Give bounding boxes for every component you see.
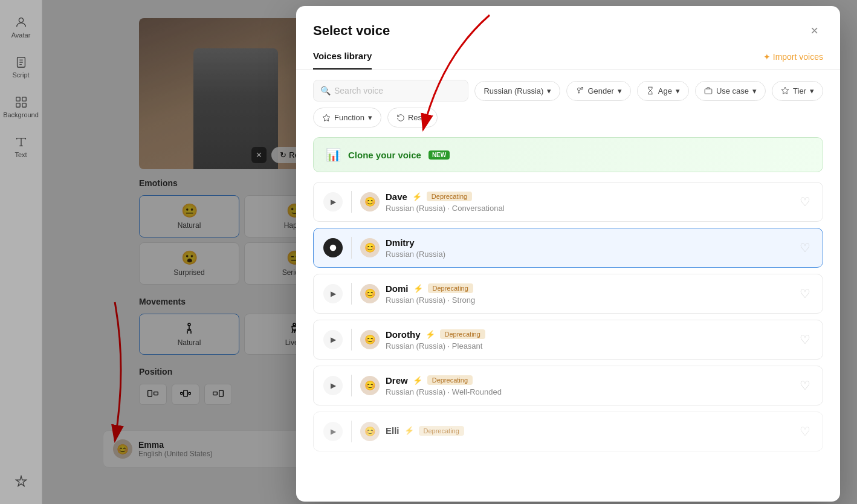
chevron-down-icon-gender: ▾: [618, 86, 622, 95]
play-button-drew[interactable]: ▶: [323, 376, 343, 395]
reset-filters-button[interactable]: Reset: [387, 108, 438, 128]
star-outline-icon: [322, 114, 331, 122]
deprecating-badge-dorothy: Deprecating: [440, 329, 485, 339]
voice-name-dmitry: Dmitry: [386, 237, 415, 248]
tier-filter-button[interactable]: Tier ▾: [772, 81, 823, 101]
divider: [351, 191, 352, 213]
deprecating-badge-dave: Deprecating: [427, 192, 472, 201]
voice-avatar-domi: 😊: [360, 284, 380, 303]
clone-voice-text: Clone your voice: [348, 150, 421, 160]
voice-details-dave: Dave ⚡ Deprecating Russian (Russia) · Co…: [386, 192, 797, 213]
play-button-dmitry[interactable]: [323, 238, 343, 257]
deprecating-badge-elli: Deprecating: [419, 426, 464, 436]
hourglass-icon: [646, 86, 655, 95]
briefcase-icon: [704, 86, 713, 95]
playing-icon: [329, 244, 337, 252]
tab-voices-library[interactable]: Voices library: [313, 51, 372, 69]
premium-icon-domi: ⚡: [413, 284, 423, 293]
chevron-down-icon: ▾: [547, 86, 551, 95]
chevron-down-icon-age: ▾: [676, 86, 680, 95]
function-filter-button[interactable]: Function ▾: [313, 108, 381, 128]
favorite-button-dmitry[interactable]: ♡: [797, 238, 813, 257]
voice-name-dorothy: Dorothy: [386, 329, 421, 340]
chevron-down-icon-function: ▾: [368, 113, 372, 122]
search-input[interactable]: [313, 80, 468, 102]
favorite-button-dave[interactable]: ♡: [797, 192, 813, 212]
gender-filter-button[interactable]: Gender ▾: [566, 81, 630, 101]
voice-row-drew[interactable]: ▶ 😊 Drew ⚡ Deprecating Russian (Russia) …: [313, 366, 823, 405]
play-button-dorothy[interactable]: ▶: [323, 330, 343, 349]
modal-title: Select voice: [313, 23, 390, 39]
voice-name-domi: Domi: [386, 283, 409, 294]
voice-avatar-elli: 😊: [360, 422, 380, 441]
divider: [351, 421, 352, 442]
premium-icon-drew: ⚡: [413, 376, 422, 385]
voice-name-row-drew: Drew ⚡ Deprecating: [386, 375, 797, 386]
divider: [351, 237, 352, 259]
voice-row-dave[interactable]: ▶ 😊 Dave ⚡ Deprecating Russian (Russia) …: [313, 182, 823, 222]
voice-meta-domi: Russian (Russia) · Strong: [386, 296, 797, 305]
modal-close-button[interactable]: ×: [806, 21, 823, 41]
divider: [351, 375, 352, 396]
import-voices-button[interactable]: ✦ Import voices: [763, 52, 823, 69]
voice-row-elli[interactable]: ▶ 😊 Elli ⚡ Deprecating ♡: [313, 412, 823, 451]
voice-name-dave: Dave: [386, 192, 407, 202]
select-voice-modal: Select voice × Voices library ✦ Import v…: [296, 6, 840, 502]
favorite-button-dorothy[interactable]: ♡: [797, 330, 813, 349]
new-badge: NEW: [428, 150, 450, 160]
voice-meta-drew: Russian (Russia) · Well-Rounded: [386, 387, 797, 396]
voice-name-row-dmitry: Dmitry: [386, 237, 797, 248]
svg-point-20: [578, 88, 581, 91]
favorite-button-drew[interactable]: ♡: [797, 376, 813, 395]
premium-icon-dave: ⚡: [412, 192, 422, 201]
gender-icon: [575, 86, 584, 95]
deprecating-badge-domi: Deprecating: [428, 283, 473, 293]
voice-name-elli: Elli: [386, 425, 399, 436]
voice-avatar-dave: 😊: [360, 192, 380, 212]
voice-row-dorothy[interactable]: ▶ 😊 Dorothy ⚡ Deprecating Russian (Russi…: [313, 320, 823, 360]
language-filter-button[interactable]: Russian (Russia) ▾: [474, 81, 560, 101]
voice-details-domi: Domi ⚡ Deprecating Russian (Russia) · St…: [386, 283, 797, 305]
clone-voice-banner[interactable]: 📊 Clone your voice NEW: [313, 137, 823, 172]
refresh-icon: [396, 114, 405, 122]
chevron-down-icon-tier: ▾: [810, 86, 814, 95]
voice-row-dmitry[interactable]: 😊 Dmitry Russian (Russia) ♡: [313, 228, 823, 268]
voice-details-dorothy: Dorothy ⚡ Deprecating Russian (Russia) ·…: [386, 329, 797, 351]
divider: [351, 329, 352, 351]
premium-icon-elli: ⚡: [404, 426, 414, 435]
voice-meta-dave: Russian (Russia) · Conversational: [386, 204, 797, 213]
star-icon: [781, 86, 789, 95]
voice-name-row-dorothy: Dorothy ⚡ Deprecating: [386, 329, 797, 340]
voice-meta-dorothy: Russian (Russia) · Pleasant: [386, 341, 797, 351]
voice-avatar-drew: 😊: [360, 376, 380, 395]
voice-name-drew: Drew: [386, 375, 408, 386]
play-button-elli[interactable]: ▶: [323, 422, 343, 441]
voice-details-dmitry: Dmitry Russian (Russia): [386, 237, 797, 259]
chevron-down-icon-usecase: ▾: [752, 86, 757, 95]
search-wrapper: 🔍: [313, 80, 468, 102]
voice-list: ▶ 😊 Dave ⚡ Deprecating Russian (Russia) …: [296, 182, 840, 502]
modal-tabs: Voices library ✦ Import voices: [296, 41, 840, 70]
voice-avatar-dorothy: 😊: [360, 330, 380, 349]
svg-rect-22: [705, 89, 712, 94]
age-filter-button[interactable]: Age ▾: [637, 81, 689, 101]
voice-name-row-domi: Domi ⚡ Deprecating: [386, 283, 797, 294]
play-button-dave[interactable]: ▶: [323, 192, 343, 212]
voice-details-drew: Drew ⚡ Deprecating Russian (Russia) · We…: [386, 375, 797, 396]
waveform-icon: 📊: [326, 147, 341, 162]
voice-meta-dmitry: Russian (Russia): [386, 250, 797, 259]
favorite-button-domi[interactable]: ♡: [797, 284, 813, 303]
modal-filters: 🔍 Russian (Russia) ▾ Gender ▾ Age ▾ Use …: [296, 70, 840, 137]
premium-icon-dorothy: ⚡: [425, 330, 435, 339]
voice-row-domi[interactable]: ▶ 😊 Domi ⚡ Deprecating Russian (Russia) …: [313, 274, 823, 314]
play-button-domi[interactable]: ▶: [323, 284, 343, 303]
use-case-filter-button[interactable]: Use case ▾: [695, 81, 766, 101]
modal-header: Select voice ×: [296, 6, 840, 41]
divider: [351, 283, 352, 305]
search-icon: 🔍: [320, 86, 331, 95]
deprecating-badge-drew: Deprecating: [427, 375, 473, 385]
voice-name-row-dave: Dave ⚡ Deprecating: [386, 192, 797, 202]
voice-details-elli: Elli ⚡ Deprecating: [386, 425, 797, 438]
favorite-button-elli[interactable]: ♡: [797, 422, 813, 441]
voice-avatar-dmitry: 😊: [360, 238, 380, 257]
